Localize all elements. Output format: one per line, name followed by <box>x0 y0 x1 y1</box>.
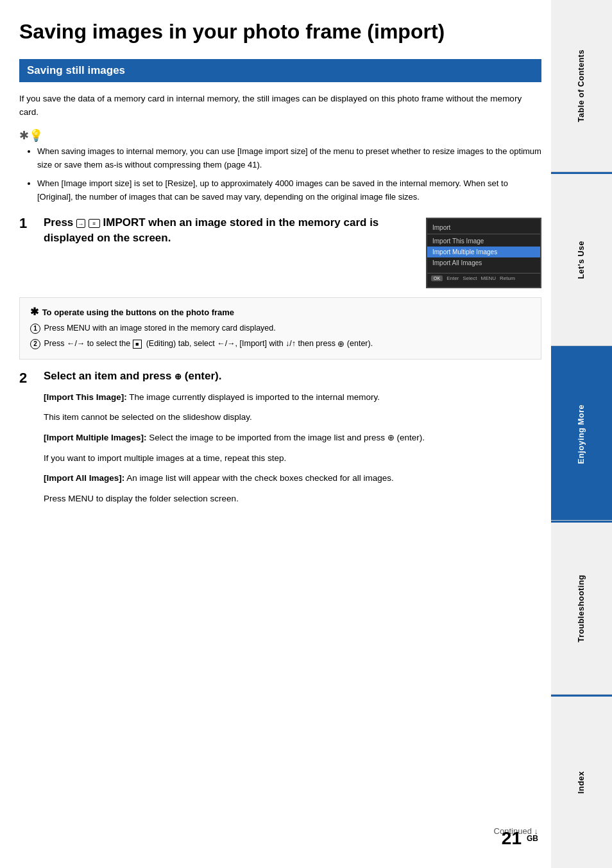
step2-block: 2 Select an item and press ⊕ (enter). [I… <box>19 370 541 512</box>
right-sidebar: Table of Contents Let's Use Enjoying Mor… <box>551 0 612 868</box>
sidebar-tab-enjoying[interactable]: Enjoying More <box>551 348 612 520</box>
import-this-image-para: [Import This Image]: The image currently… <box>44 390 541 404</box>
screen-menu-item-1: Import Multiple Images <box>427 247 540 257</box>
import-all-note: Press MENU to display the folder selecti… <box>44 492 541 506</box>
editing-tab-icon: ■ <box>133 340 142 349</box>
step2-enter-icon: ⊕ <box>174 372 182 381</box>
step1-with-image: Press → ≡ IMPORT when an image stored in… <box>44 215 541 288</box>
screen-btn-enter: Enter <box>446 275 459 281</box>
sidebar-tab-troubleshooting[interactable]: Troubleshooting <box>551 523 612 695</box>
import-arrow-icon: → <box>76 219 85 228</box>
section1-header: Saving still images <box>19 59 541 82</box>
menu-icon: ≡ <box>89 219 100 228</box>
screen-bottom-bar: OK Enter Select MENU Return <box>427 273 540 283</box>
sub-tip-line1: 1 Press MENU with an image stored in the… <box>30 322 531 334</box>
sub-tip-title: ✱ To operate using the buttons on the ph… <box>30 306 531 318</box>
step2-number: 2 <box>19 370 33 386</box>
sidebar-tab-index[interactable]: Index <box>551 697 612 868</box>
import-all-para: [Import All Images]: An image list will … <box>44 471 541 485</box>
import-this-image-note: This item cannot be selected on the slid… <box>44 410 541 424</box>
import-all-label: [Import All Images]: <box>44 473 124 483</box>
screen-btn-return: Return <box>500 275 515 281</box>
import-multiple-enter-icon: ⊕ <box>387 431 395 445</box>
circle-1: 1 <box>30 324 40 334</box>
sidebar-tab-enjoying-label: Enjoying More <box>576 404 586 464</box>
section1-intro: If you save the data of a memory card in… <box>19 92 541 119</box>
import-multiple-label: [Import Multiple Images]: <box>44 433 147 442</box>
screen-btn-ok: OK <box>431 275 443 281</box>
import-multiple-para: [Import Multiple Images]: Select the ima… <box>44 431 541 445</box>
import-screen-mockup: Import Import This Image Import Multiple… <box>426 218 541 288</box>
sub-tip-block: ✱ To operate using the buttons on the ph… <box>19 297 541 359</box>
import-section: [Import This Image]: The image currently… <box>44 390 541 506</box>
page-title: Saving images in your photo frame (impor… <box>19 19 541 44</box>
lightbulb-icon: ✱ <box>30 306 38 318</box>
import-this-image-text: The image currently displayed is importe… <box>129 392 380 402</box>
page-number: 21 <box>502 828 522 849</box>
screen-btn-select: Select <box>463 275 477 281</box>
sidebar-tab-troubleshooting-label: Troubleshooting <box>576 575 586 642</box>
enter-crosshair-icon: ⊕ <box>337 338 344 351</box>
sidebar-tab-toc[interactable]: Table of Contents <box>551 0 612 172</box>
sidebar-tab-letsuse[interactable]: Let's Use <box>551 174 612 346</box>
step1-text-part: Press → ≡ IMPORT when an image stored in… <box>44 215 413 246</box>
step1-block: 1 Press → ≡ IMPORT when an image stored … <box>19 215 541 288</box>
import-multiple-note: If you want to import multiple images at… <box>44 451 541 465</box>
import-this-image-label: [Import This Image]: <box>44 392 127 402</box>
sidebar-tab-index-label: Index <box>576 771 586 794</box>
step2-content: Select an item and press ⊕ (enter). [Imp… <box>44 370 541 512</box>
tip-item-1: When saving images to internal memory, y… <box>37 145 541 172</box>
sidebar-tab-letsuse-label: Let's Use <box>576 241 586 279</box>
page-footer: 21GB <box>502 828 538 849</box>
step1-text: Press → ≡ IMPORT when an image stored in… <box>44 215 413 246</box>
screen-menu-title: Import <box>427 223 540 234</box>
screen-menu-item-0: Import This Image <box>427 236 540 247</box>
page-gb: GB <box>527 834 538 843</box>
tip-block: ✱💡 When saving images to internal memory… <box>19 128 541 204</box>
main-content: Saving images in your photo frame (impor… <box>19 0 541 512</box>
screen-menu-item-2: Import All Images <box>427 257 540 268</box>
step1-number: 1 <box>19 215 33 232</box>
step2-title: Select an item and press ⊕ (enter). <box>44 370 541 383</box>
import-all-text: An image list will appear with the check… <box>126 473 393 483</box>
tip-icon: ✱💡 <box>19 128 541 143</box>
sidebar-tab-toc-label: Table of Contents <box>576 49 586 122</box>
circle-2: 2 <box>30 339 40 349</box>
screen-btn-menu: MENU <box>480 275 496 281</box>
step1-content: Press → ≡ IMPORT when an image stored in… <box>44 215 541 288</box>
tip-item-2: When [Image import size] is set to [Resi… <box>37 177 541 204</box>
sub-tip-line2: 2 Press ←/→ to select the ■ (Editing) ta… <box>30 337 531 351</box>
tip-list: When saving images to internal memory, y… <box>37 145 541 204</box>
